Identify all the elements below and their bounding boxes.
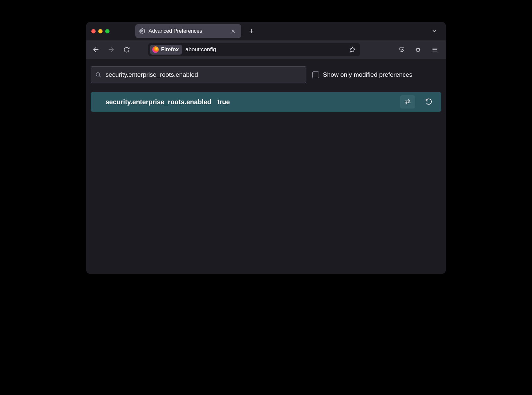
- preference-actions: [400, 95, 436, 109]
- titlebar-right: [429, 25, 442, 37]
- window-controls: [91, 29, 110, 33]
- titlebar: Advanced Preferences: [86, 22, 446, 40]
- preference-search-input[interactable]: [106, 71, 302, 78]
- forward-button[interactable]: [105, 43, 118, 56]
- search-icon: [95, 71, 102, 78]
- firefox-icon: [152, 46, 159, 53]
- preference-search-box[interactable]: [91, 66, 306, 83]
- new-tab-button[interactable]: [246, 25, 257, 37]
- window-zoom-button[interactable]: [105, 29, 110, 33]
- list-all-tabs-button[interactable]: [429, 25, 440, 37]
- navigation-toolbar: Firefox about:config: [86, 40, 446, 59]
- preference-row[interactable]: security.enterprise_roots.enabled true: [91, 92, 441, 112]
- toggle-button[interactable]: [400, 95, 415, 109]
- gear-icon: [139, 28, 145, 34]
- preference-value: true: [217, 98, 230, 106]
- extensions-button[interactable]: [412, 43, 425, 56]
- tab-advanced-preferences[interactable]: Advanced Preferences: [135, 24, 241, 38]
- tab-title: Advanced Preferences: [149, 28, 225, 34]
- toolbar-right: [395, 43, 443, 56]
- bookmark-star-button[interactable]: [347, 44, 358, 55]
- reload-button[interactable]: [120, 43, 133, 56]
- pocket-button[interactable]: [395, 43, 408, 56]
- tab-strip: Advanced Preferences: [118, 22, 426, 40]
- window-close-button[interactable]: [91, 29, 96, 33]
- preference-name: security.enterprise_roots.enabled: [106, 98, 211, 106]
- checkbox-icon: [312, 71, 319, 78]
- show-only-modified-toggle[interactable]: Show only modified preferences: [312, 71, 412, 78]
- identity-label: Firefox: [161, 47, 179, 53]
- window-minimize-button[interactable]: [98, 29, 103, 33]
- browser-window: Advanced Preferences: [86, 22, 446, 274]
- reset-button[interactable]: [421, 95, 436, 109]
- app-menu-button[interactable]: [428, 43, 441, 56]
- url-text: about:config: [185, 46, 347, 53]
- search-row: Show only modified preferences: [91, 66, 441, 83]
- svg-marker-7: [350, 47, 355, 52]
- swap-icon: [404, 98, 412, 106]
- svg-line-12: [99, 76, 101, 77]
- url-bar[interactable]: Firefox about:config: [148, 43, 360, 56]
- page-content: Show only modified preferences security.…: [86, 59, 446, 274]
- back-button[interactable]: [89, 43, 103, 56]
- svg-point-0: [142, 30, 143, 32]
- tab-close-button[interactable]: [229, 27, 237, 35]
- identity-box[interactable]: Firefox: [150, 45, 182, 55]
- show-only-modified-label: Show only modified preferences: [323, 71, 412, 78]
- reset-icon: [425, 98, 432, 106]
